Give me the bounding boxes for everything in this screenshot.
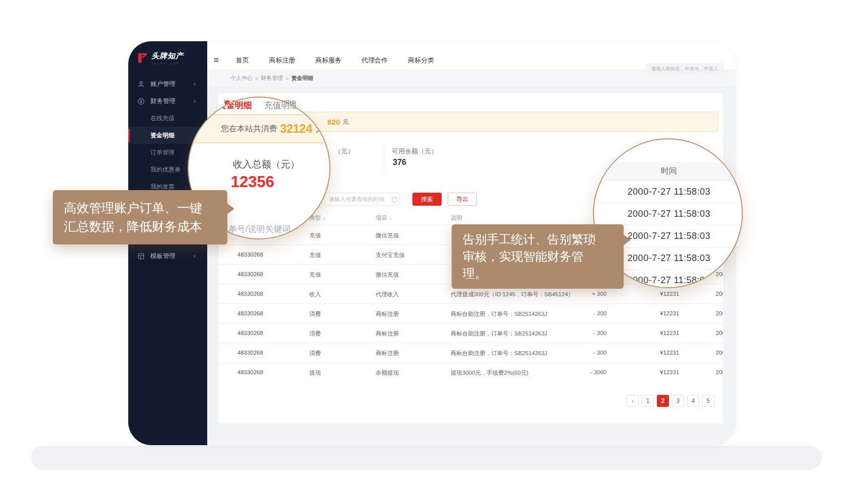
nav-item-trademark-service[interactable]: 商标服务 [315,56,342,65]
header-project[interactable]: 项目∨ [376,214,392,222]
template-icon [137,253,145,260]
cell-order: 48330268 [237,271,263,277]
pagination-prev-icon[interactable]: ‹ [627,395,639,407]
cell-project: 微信充值 [376,232,399,239]
cell-type: 充值 [309,271,321,279]
cell-desc: 商标自助注册，订单号：SB2514263J [451,350,547,357]
callout-right-line: 告别手工统计、告别繁琐 [463,231,613,248]
callout-arrow-right-icon [227,203,234,214]
calendar-icon[interactable] [392,197,397,202]
cell-order: 48330268 [237,251,263,258]
top-navbar: ≡ 首页 商标注册 商标服务 代理合作 商标分类 [207,41,736,70]
brand-logo-icon [136,52,149,64]
stats-divider [384,144,384,170]
pagination-page-3[interactable]: 3 [672,395,684,407]
nav-item-trademark-register[interactable]: 商标注册 [269,56,295,65]
pagination-page-4[interactable]: 4 [687,395,699,407]
top-nav-items: 首页 商标注册 商标服务 代理合作 商标分类 [236,56,434,65]
trademark-search-input[interactable] [647,63,723,74]
callout-left-line: 高效管理账户订单、一键 [64,199,216,217]
pagination: ‹12345 [627,395,714,407]
cell-amount: - 300 [566,350,607,356]
sidebar-item-label: 模板管理 [150,252,176,261]
banner-amount-fragment: 820 [327,118,340,126]
nav-item-home[interactable]: 首页 [236,56,249,65]
sort-caret-icon: ∨ [322,216,325,221]
search-button[interactable]: 搜索 [412,193,442,206]
cell-desc: 商标自助注册，订单号：SB2514263J [451,330,547,338]
callout-left: 高效管理账户订单、一键 汇总数据，降低财务成本 [53,190,227,244]
cell-amount: - 300 [566,310,607,316]
callout-right: 告别手工统计、告别繁琐 审核，实现智能财务管 理。 [452,224,624,289]
laptop-base [31,446,822,470]
cell-project: 商标注册 [376,310,399,318]
cell-project: 商标注册 [376,330,399,338]
cell-amount: - 3060 [566,369,607,375]
stat-expense-label-fragment: （元） [334,147,354,156]
cell-time: 2000-7-27 11:58:03 [716,330,723,336]
cell-time: 2000-7-27 11:58:03 [716,369,723,375]
cell-order: 48330268 [237,310,263,316]
cell-project: 余额提现 [376,369,399,377]
sidebar-item-online-recharge[interactable]: 在线充值 [128,110,207,127]
chevron-down-icon: ∨ [193,254,196,259]
sort-caret-icon: ∨ [389,216,392,221]
export-button[interactable]: 导出 [448,193,477,206]
brand-logo[interactable]: 头牌知产 TOUPAI.COM [136,51,184,65]
lens-banner-prefix: 您在本站共消费 [221,124,277,134]
lens-keyword-placeholder: 订单号/说明关键词 [220,223,291,235]
callout-left-line: 汇总数据，降低财务成本 [64,217,216,236]
sidebar-item-label: 财务管理 [150,97,176,106]
table-row: 48330268消费商标注册商标自助注册，订单号：SB2514263J- 300… [219,323,723,343]
sidebar-item-account[interactable]: 账户管理 ∨ [128,75,207,93]
pagination-page-2[interactable]: 2 [657,395,669,407]
cell-order: 48330268 [237,330,263,336]
cell-type: 消费 [309,330,321,338]
brand-name: 头牌知产 [151,51,184,61]
breadcrumb-separator: > [285,75,288,81]
callout-right-line: 理。 [463,265,613,282]
cell-desc: 代理提成300元（ID:1245，订单号：SB45124） [451,291,574,298]
sidebar-item-label: 账户管理 [150,80,176,89]
time-filter-input[interactable] [324,193,400,206]
lens-income-label: 收入总额（元） [233,158,300,171]
breadcrumb-item[interactable]: 个人中心 [230,74,252,82]
finance-icon [137,98,145,105]
hamburger-menu-icon[interactable]: ≡ [214,55,219,65]
cell-amount: + 300 [566,291,607,297]
lens-time-row: 2000-7-27 11:58:03 [594,203,743,225]
callout-arrow-right-icon [623,234,631,245]
header-desc: 说明 [451,214,462,222]
breadcrumb-item[interactable]: 财务管理 [261,74,283,82]
cell-project: 商标注册 [376,350,399,357]
cell-order: 48330268 [237,369,263,375]
cell-time: 2000-7-27 11:58:03 [716,271,723,277]
cell-balance: ¥12231 [660,350,679,356]
cell-type: 充值 [309,232,321,239]
cell-time: 2000-7-27 11:58:03 [716,310,723,316]
sidebar-item-finance[interactable]: 财务管理 ∧ [128,93,207,110]
nav-item-trademark-class[interactable]: 商标分类 [408,56,434,65]
lens-income-value: 12356 [231,173,274,191]
lens-banner-amount: 32124 [280,122,312,136]
breadcrumb-current: 资金明细 [291,74,313,82]
cell-desc: 商标自助注册，订单号：SB2514263J [451,310,547,318]
nav-item-agent-coop[interactable]: 代理合作 [362,56,388,65]
pagination-page-1[interactable]: 1 [642,395,654,407]
chevron-up-icon: ∧ [193,99,196,104]
pagination-page-5[interactable]: 5 [702,395,714,407]
lens-time-row: 2000-7-27 11:58:03 [594,181,743,203]
cell-desc: 提现3000元，手续费2%(60元) [451,369,529,377]
cell-balance: ¥12231 [660,291,679,297]
sidebar-item-template[interactable]: 模板管理 ∨ [128,247,207,265]
user-icon [137,80,145,88]
page: 头牌知产 TOUPAI.COM 账户管理 ∨ 财务管理 ∧ [0,0,853,504]
cell-balance: ¥12231 [660,369,679,375]
cell-time: 2000-7-27 11:58:03 [716,350,723,356]
stat-balance-value: 376 [393,158,406,167]
stat-balance-label: 可用余额（元） [392,147,438,156]
cell-time: 2000-7-27 11:58:03 [716,291,723,297]
cell-order: 48330268 [237,350,263,356]
cell-type: 提现 [309,369,321,377]
cell-type: 充值 [309,251,321,259]
